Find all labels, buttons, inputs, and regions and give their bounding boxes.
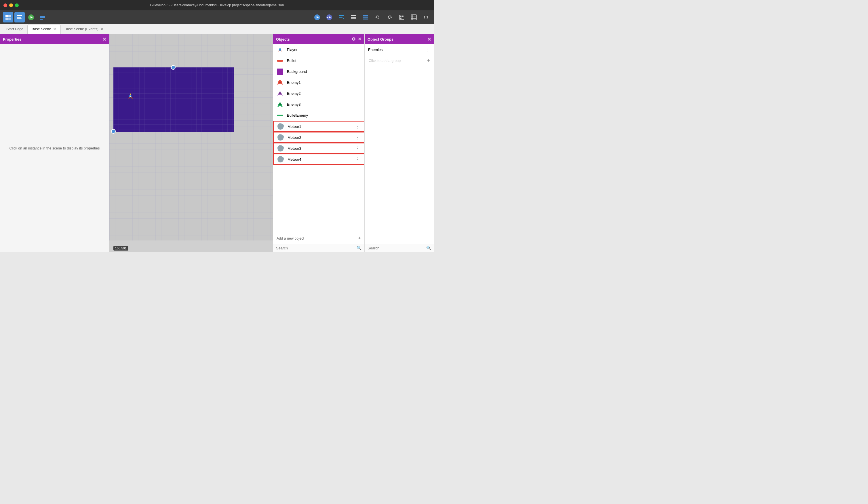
- svg-rect-3: [8, 18, 11, 20]
- object-context-menu[interactable]: ⋮: [354, 47, 361, 53]
- scene-canvas[interactable]: [113, 67, 234, 132]
- object-name: Meteor2: [288, 135, 354, 140]
- add-group-row[interactable]: Click to add a group +: [365, 55, 434, 66]
- tab-base-scene[interactable]: Base Scene ✕: [27, 24, 60, 34]
- groups-header: Object Groups ✕: [365, 34, 434, 44]
- close-button[interactable]: [3, 3, 7, 7]
- svg-rect-24: [400, 16, 402, 17]
- properties-close-button[interactable]: ✕: [102, 37, 106, 42]
- close-base-scene-tab[interactable]: ✕: [53, 27, 56, 31]
- objects-filter-icon[interactable]: ⚙: [352, 37, 355, 42]
- close-events-tab[interactable]: ✕: [100, 27, 104, 31]
- preview-debug-button[interactable]: [324, 12, 334, 22]
- object-item[interactable]: BulletEnemy ⋮: [273, 110, 364, 121]
- layers-button[interactable]: [360, 12, 371, 22]
- toolbar-left: [3, 12, 310, 22]
- window-title: GDevelop 5 - /Users/dkarakay/Documents/G…: [150, 3, 284, 7]
- objects-search-bar: 🔍: [273, 244, 364, 252]
- enemy3-icon: [276, 101, 284, 109]
- svg-point-38: [279, 48, 281, 51]
- play-button[interactable]: [26, 12, 36, 22]
- object-item[interactable]: Background ⋮: [273, 66, 364, 77]
- tabs-bar: Start Page Base Scene ✕ Base Scene (Even…: [0, 24, 434, 34]
- object-name: Background: [287, 69, 354, 74]
- svg-rect-18: [351, 17, 356, 18]
- scene-area[interactable]: 153;501: [110, 34, 273, 252]
- object-context-menu[interactable]: ⋮: [354, 145, 361, 152]
- svg-rect-0: [6, 15, 8, 17]
- object-item[interactable]: Enemy3 ⋮: [273, 99, 364, 110]
- grid-toggle-button[interactable]: [409, 12, 419, 22]
- svg-point-40: [279, 81, 281, 83]
- tab-base-scene-events[interactable]: Base Scene (Events) ✕: [61, 24, 107, 34]
- svg-rect-22: [363, 18, 368, 20]
- object-item-meteor4[interactable]: Meteor4 ⋮: [273, 154, 364, 165]
- svg-rect-25: [402, 16, 403, 17]
- player-icon: [276, 46, 284, 54]
- objects-search-input[interactable]: [276, 246, 355, 250]
- svg-point-42: [279, 92, 281, 94]
- object-name: Meteor4: [288, 157, 354, 162]
- object-context-menu[interactable]: ⋮: [354, 79, 361, 86]
- object-item[interactable]: Enemy1 ⋮: [273, 77, 364, 88]
- svg-rect-21: [363, 17, 368, 18]
- group-context-menu[interactable]: ⋮: [424, 47, 431, 53]
- undo-button[interactable]: [372, 12, 383, 22]
- scene-coordinates: 153;501: [113, 246, 128, 251]
- events-editor-button[interactable]: [14, 12, 25, 22]
- object-item[interactable]: Bullet ⋮: [273, 55, 364, 66]
- resize-handle-left[interactable]: [111, 129, 116, 134]
- object-item-meteor2[interactable]: Meteor2 ⋮: [273, 132, 364, 143]
- object-context-menu[interactable]: ⋮: [354, 134, 361, 141]
- zoom-level-button[interactable]: 1:1: [421, 12, 431, 22]
- group-name: Enemies: [368, 48, 383, 52]
- objects-header-icons: ⚙ ✕: [352, 37, 361, 42]
- minimize-button[interactable]: [9, 3, 13, 7]
- maximize-button[interactable]: [15, 3, 19, 7]
- svg-rect-17: [351, 15, 356, 16]
- object-context-menu[interactable]: ⋮: [354, 112, 361, 119]
- svg-rect-26: [400, 18, 402, 19]
- groups-close-button[interactable]: ✕: [427, 37, 431, 42]
- add-object-icon[interactable]: +: [358, 235, 361, 241]
- list-view-button[interactable]: [348, 12, 359, 22]
- svg-rect-20: [363, 15, 368, 16]
- build-button[interactable]: [38, 12, 48, 22]
- groups-panel: Object Groups ✕ Enemies ⋮ Click to add a…: [364, 34, 434, 252]
- object-context-menu[interactable]: ⋮: [354, 68, 361, 75]
- meteor4-icon: [277, 155, 285, 163]
- objects-close-icon[interactable]: ✕: [358, 37, 361, 42]
- export-button[interactable]: [396, 12, 407, 22]
- object-context-menu[interactable]: ⋮: [354, 123, 361, 130]
- resize-handle-top[interactable]: [171, 65, 176, 70]
- object-context-menu[interactable]: ⋮: [354, 57, 361, 64]
- object-item[interactable]: Enemy2 ⋮: [273, 88, 364, 99]
- svg-marker-33: [127, 97, 133, 99]
- object-item[interactable]: Player ⋮: [273, 44, 364, 55]
- svg-rect-19: [351, 18, 356, 19]
- svg-rect-5: [17, 17, 21, 18]
- object-context-menu[interactable]: ⋮: [354, 90, 361, 97]
- object-name: Bullet: [287, 59, 354, 63]
- edit-code-button[interactable]: [336, 12, 347, 22]
- scene-editor-button[interactable]: [3, 12, 13, 22]
- svg-rect-2: [6, 18, 8, 20]
- svg-rect-10: [40, 17, 45, 18]
- groups-search-input[interactable]: [368, 246, 424, 250]
- add-group-label: Click to add a group: [369, 59, 401, 63]
- bullet-icon: [276, 57, 284, 65]
- objects-list: Player ⋮ Bullet ⋮ Background ⋮: [273, 44, 364, 233]
- object-item-meteor1[interactable]: Meteor1 ⋮: [273, 121, 364, 132]
- objects-panel: Objects ⚙ ✕ Player ⋮: [273, 34, 364, 252]
- object-context-menu[interactable]: ⋮: [354, 156, 361, 163]
- bullet-enemy-icon: [276, 111, 284, 120]
- preview-button[interactable]: [312, 12, 322, 22]
- object-context-menu[interactable]: ⋮: [354, 101, 361, 108]
- redo-button[interactable]: [384, 12, 395, 22]
- tab-start-page[interactable]: Start Page: [2, 24, 27, 34]
- object-item-meteor3[interactable]: Meteor3 ⋮: [273, 143, 364, 154]
- group-item-enemies[interactable]: Enemies ⋮: [365, 44, 434, 55]
- add-group-icon[interactable]: +: [427, 58, 430, 64]
- add-object-row[interactable]: Add a new object +: [273, 233, 364, 244]
- objects-header: Objects ⚙ ✕: [273, 34, 364, 44]
